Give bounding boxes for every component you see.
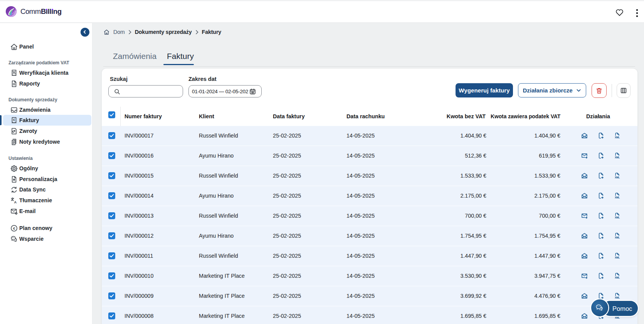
svg-text:XML: XML — [615, 216, 620, 219]
svg-text:XML: XML — [615, 136, 620, 139]
svg-text:XML: XML — [615, 276, 620, 279]
svg-text:A: A — [14, 200, 17, 204]
svg-text:XML: XML — [615, 176, 620, 179]
svg-text:€: € — [13, 118, 15, 122]
svg-text:XML: XML — [615, 156, 620, 159]
svg-text:XML: XML — [615, 196, 620, 199]
svg-text:XML: XML — [615, 236, 620, 239]
svg-text:XML: XML — [615, 296, 620, 299]
svg-text:€: € — [13, 226, 15, 230]
svg-text:XML: XML — [615, 256, 620, 259]
svg-text:XML: XML — [615, 316, 620, 319]
